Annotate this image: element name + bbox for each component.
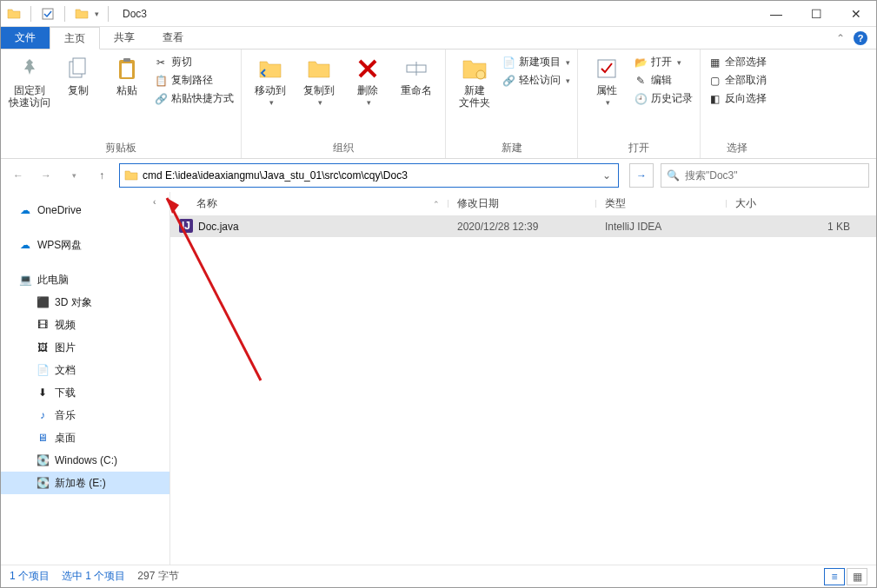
col-date[interactable]: 修改日期 <box>448 196 596 211</box>
video-icon: 🎞 <box>36 318 50 332</box>
java-file-icon: IJ <box>179 219 193 235</box>
group-label-select: 选择 <box>708 141 767 158</box>
address-bar[interactable]: cmd ⌄ <box>119 163 619 188</box>
svg-text:IJ: IJ <box>182 220 190 232</box>
svg-rect-5 <box>123 58 130 62</box>
group-label-clipboard: 剪贴板 <box>8 141 234 158</box>
cloud-icon: ☁ <box>18 203 32 217</box>
col-size[interactable]: 大小 <box>727 196 876 211</box>
edit-button[interactable]: ✎编辑 <box>634 73 693 88</box>
sidebar-item-cdrive[interactable]: 💽Windows (C:) <box>1 449 169 472</box>
tab-file[interactable]: 文件 <box>1 27 50 49</box>
up-button[interactable]: ↑ <box>91 165 112 186</box>
svg-point-8 <box>476 70 485 79</box>
move-to-button[interactable]: 移动到 <box>249 53 292 108</box>
select-all-button[interactable]: ▦全部选择 <box>708 55 767 69</box>
item-count: 1 个项目 <box>10 569 50 584</box>
shortcut-icon: 🔗 <box>154 92 168 106</box>
help-icon[interactable]: ? <box>854 31 867 45</box>
sidebar-item-music[interactable]: ♪音乐 <box>1 404 169 426</box>
folder-icon <box>74 6 90 22</box>
search-input[interactable] <box>685 169 863 182</box>
moveto-icon <box>256 55 284 83</box>
paste-shortcut-button[interactable]: 🔗粘贴快捷方式 <box>154 91 234 106</box>
checkbox-icon[interactable] <box>40 6 56 22</box>
delete-button[interactable]: 删除 <box>346 53 389 108</box>
close-button[interactable]: ✕ <box>836 1 876 27</box>
collapse-icon[interactable]: ‹ <box>153 197 165 209</box>
forward-button[interactable]: → <box>36 165 56 186</box>
cube-icon: ⬛ <box>36 295 50 309</box>
select-none-button[interactable]: ▢全部取消 <box>708 73 767 88</box>
properties-icon <box>593 55 621 83</box>
go-button[interactable]: → <box>629 163 654 188</box>
sidebar-item-videos[interactable]: 🎞视频 <box>1 314 169 336</box>
recent-button[interactable]: ▾ <box>63 165 84 186</box>
drive-icon: 💽 <box>36 453 50 467</box>
open-button[interactable]: 📂打开 <box>634 55 693 69</box>
back-button[interactable]: ← <box>8 165 29 186</box>
search-box[interactable]: 🔍 <box>661 163 869 188</box>
col-type[interactable]: 类型 <box>596 196 727 211</box>
svg-rect-2 <box>73 58 85 74</box>
nav-pane[interactable]: ‹ ☁OneDrive ☁WPS网盘 💻此电脑 ⬛3D 对象 🎞视频 🖼图片 📄… <box>1 192 170 565</box>
status-bar: 1 个项目 选中 1 个项目 297 字节 ≡ ▦ <box>1 565 876 587</box>
file-row[interactable]: IJDoc.java 2020/12/28 12:39 IntelliJ IDE… <box>170 216 876 237</box>
address-dropdown-icon[interactable]: ⌄ <box>599 169 615 182</box>
picture-icon: 🖼 <box>36 340 50 354</box>
copy-icon <box>64 55 92 83</box>
sidebar-item-documents[interactable]: 📄文档 <box>1 359 169 381</box>
col-name[interactable]: 名称⌃ <box>170 196 448 211</box>
file-list[interactable]: 名称⌃ 修改日期 类型 大小 IJDoc.java 2020/12/28 12:… <box>170 192 876 565</box>
tab-view[interactable]: 查看 <box>149 27 197 49</box>
column-headers: 名称⌃ 修改日期 类型 大小 <box>170 192 876 216</box>
qat-dropdown-icon[interactable]: ▾ <box>95 10 99 18</box>
thumbnails-view-button[interactable]: ▦ <box>847 568 867 585</box>
new-item-button[interactable]: 📄新建项目 <box>502 55 570 69</box>
sidebar-item-desktop[interactable]: 🖥桌面 <box>1 426 169 449</box>
sidebar-item-wps[interactable]: ☁WPS网盘 <box>1 234 169 256</box>
sidebar-item-onedrive[interactable]: ☁OneDrive <box>1 199 169 221</box>
collapse-ribbon-icon[interactable]: ⌃ <box>836 32 845 44</box>
paste-icon <box>113 55 141 83</box>
maximize-button[interactable]: ☐ <box>796 1 836 27</box>
sidebar-item-downloads[interactable]: ⬇下载 <box>1 381 169 404</box>
new-folder-button[interactable]: 新建 文件夹 <box>453 53 496 109</box>
copy-to-button[interactable]: 复制到 <box>297 53 341 108</box>
drive-icon: 💽 <box>36 476 50 490</box>
easyaccess-icon: 🔗 <box>502 74 515 88</box>
sidebar-item-pictures[interactable]: 🖼图片 <box>1 336 169 359</box>
ribbon-tabs: 文件 主页 共享 查看 ⌃ ? <box>1 27 876 50</box>
download-icon: ⬇ <box>36 386 50 400</box>
details-view-button[interactable]: ≡ <box>824 568 845 585</box>
rename-button[interactable]: 重命名 <box>395 53 438 96</box>
history-button[interactable]: 🕘历史记录 <box>634 91 693 106</box>
copy-button[interactable]: 复制 <box>56 53 100 96</box>
minimize-button[interactable]: — <box>756 1 796 27</box>
address-prefix: cmd <box>143 169 165 182</box>
copy-path-button[interactable]: 📋复制路径 <box>154 73 234 88</box>
titlebar: ▾ Doc3 — ☐ ✕ <box>1 1 876 27</box>
scissors-icon: ✂ <box>154 56 168 69</box>
file-date: 2020/12/28 12:39 <box>448 221 596 233</box>
svg-rect-0 <box>43 9 53 19</box>
paste-button[interactable]: 粘贴 <box>105 53 149 96</box>
tab-home[interactable]: 主页 <box>50 27 100 50</box>
cut-button[interactable]: ✂剪切 <box>154 55 234 69</box>
pin-quickaccess-button[interactable]: 固定到 快速访问 <box>8 53 51 109</box>
sidebar-item-edrive[interactable]: 💽新加卷 (E:) <box>1 472 169 494</box>
easy-access-button[interactable]: 🔗轻松访问 <box>502 73 570 88</box>
rename-icon <box>402 55 430 83</box>
delete-icon <box>354 55 382 83</box>
open-icon: 📂 <box>634 56 648 69</box>
tab-share[interactable]: 共享 <box>100 27 149 49</box>
pc-icon: 💻 <box>18 273 32 287</box>
folder-icon <box>6 6 22 22</box>
ribbon: 固定到 快速访问 复制 粘贴 ✂剪切 📋复制路径 🔗粘贴快捷方式 剪贴板 <box>1 50 876 159</box>
pin-icon <box>16 55 43 83</box>
sidebar-item-thispc[interactable]: 💻此电脑 <box>1 268 169 291</box>
properties-button[interactable]: 属性 <box>585 53 628 108</box>
address-input[interactable] <box>165 169 599 182</box>
invert-selection-button[interactable]: ◧反向选择 <box>708 91 767 106</box>
sidebar-item-3dobjects[interactable]: ⬛3D 对象 <box>1 291 169 314</box>
